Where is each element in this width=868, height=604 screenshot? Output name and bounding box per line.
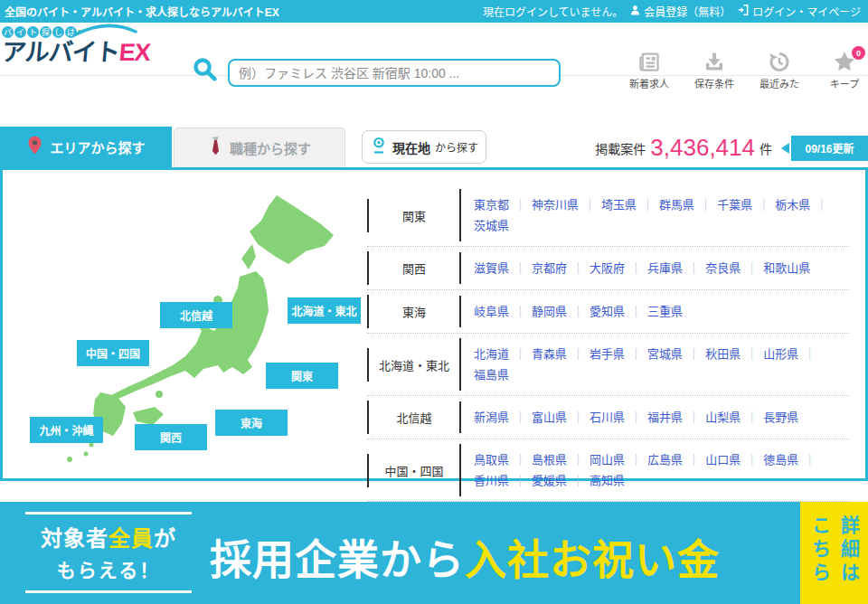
prefecture-link[interactable]: 徳島県: [763, 453, 798, 467]
separator: ｜: [572, 261, 584, 275]
prefecture-link[interactable]: 兵庫県: [647, 261, 683, 275]
separator: ｜: [630, 453, 642, 467]
register-label: 会員登録（無料）: [644, 4, 731, 19]
login-label: ログイン・マイページ: [752, 4, 861, 19]
map-region-button[interactable]: 関西: [135, 424, 207, 450]
prefecture-link[interactable]: 秋田県: [705, 347, 741, 361]
banner-cta-button[interactable]: 詳細はこちら: [800, 502, 868, 604]
header-nav-star[interactable]: 0キープ: [823, 49, 866, 90]
map-region-button[interactable]: 東海: [215, 410, 288, 436]
area-search-panel: 北信越北海道・東北中国・四国関東東海関西九州・沖縄 関東東京都｜神奈川県｜埼玉県…: [0, 167, 868, 481]
prefecture-link[interactable]: 石川県: [590, 411, 625, 424]
login-icon: [737, 4, 750, 19]
prefecture-link[interactable]: 広島県: [647, 453, 683, 467]
prefecture-link[interactable]: 静岡県: [532, 305, 567, 318]
prefecture-link[interactable]: 茨城県: [474, 219, 509, 232]
prefecture-link[interactable]: 京都府: [532, 261, 567, 275]
prefecture-link[interactable]: 愛媛県: [532, 474, 567, 487]
prefecture-link[interactable]: 岩手県: [590, 347, 625, 361]
separator: ｜: [746, 261, 758, 275]
prefecture-link[interactable]: 愛知県: [590, 305, 625, 318]
prefecture-link[interactable]: 北海道: [474, 347, 509, 361]
separator: ｜: [630, 261, 642, 275]
separator: ｜: [514, 474, 526, 487]
map-pin-icon: [26, 136, 43, 158]
prefecture-link[interactable]: 大阪府: [590, 261, 625, 275]
separator: ｜: [688, 261, 700, 275]
prefecture-link[interactable]: 福島県: [474, 368, 509, 382]
search-input[interactable]: [228, 59, 561, 87]
prefecture-link[interactable]: 三重県: [647, 305, 683, 318]
prefecture-link[interactable]: 島根県: [532, 453, 567, 467]
prefecture-link[interactable]: 東京都: [474, 198, 509, 212]
tab-search-by-job[interactable]: 職種から探す: [174, 127, 345, 167]
header-nav-history[interactable]: 最近みた: [758, 49, 801, 90]
login-status-text: 現在ログインしていません。: [483, 4, 623, 19]
login-link[interactable]: ログイン・マイページ: [737, 4, 861, 19]
separator: ｜: [572, 305, 584, 318]
signing-bonus-banner[interactable]: 対象者全員が もらえる！ 採用企業から入社お祝い金 詳細はこちら: [0, 502, 868, 604]
header-nav: 新着求人保存条件最近みた0キープ: [627, 49, 866, 90]
banner-badge: 対象者全員が もらえる！: [25, 512, 192, 593]
prefecture-link[interactable]: 山梨県: [705, 411, 741, 424]
prefecture-link[interactable]: 高知県: [590, 474, 625, 487]
separator: ｜: [700, 198, 712, 212]
prefecture-link[interactable]: 青森県: [532, 347, 567, 361]
separator: ｜: [572, 411, 584, 424]
prefecture-links: 鳥取県｜島根県｜岡山県｜広島県｜山口県｜徳島県｜香川県｜愛媛県｜高知県: [459, 444, 850, 496]
prefecture-link[interactable]: 長野県: [763, 411, 798, 424]
prefecture-link[interactable]: 滋賀県: [474, 261, 509, 275]
prefecture-link[interactable]: 宮城県: [647, 347, 683, 361]
separator: ｜: [642, 198, 654, 212]
logo-wordmark: アルバイトEX: [1, 38, 152, 67]
prefecture-link[interactable]: 岡山県: [590, 453, 625, 467]
search-by-location-button[interactable]: 現在地 から探す: [362, 130, 486, 164]
region-name: 北海道・東北: [367, 348, 459, 382]
prefecture-link[interactable]: 福井県: [647, 411, 683, 424]
prefecture-link[interactable]: 山形県: [763, 347, 798, 361]
map-region-button[interactable]: 北海道・東北: [288, 297, 361, 324]
prefecture-link[interactable]: 香川県: [474, 474, 509, 487]
tab-search-by-area[interactable]: エリアから探す: [0, 127, 172, 167]
separator: ｜: [758, 198, 769, 212]
search-icon[interactable]: [192, 56, 218, 86]
map-region-button[interactable]: 中国・四国: [77, 340, 149, 366]
logo-bubble-char: イ: [14, 26, 26, 38]
prefecture-link[interactable]: 奈良県: [705, 261, 741, 275]
prefecture-link[interactable]: 群馬県: [659, 198, 694, 212]
register-link[interactable]: 会員登録（無料）: [629, 4, 731, 19]
region-row: 北信越新潟県｜富山県｜石川県｜福井県｜山梨県｜長野県: [367, 396, 850, 439]
listing-counter: 掲載案件 3,436,414 件 09/16更新: [595, 134, 868, 162]
history-icon: [767, 49, 792, 74]
location-button-sub-label: から探す: [435, 139, 478, 155]
map-region-button[interactable]: 北信越: [160, 302, 232, 328]
prefecture-link[interactable]: 富山県: [532, 411, 567, 424]
map-region-button[interactable]: 九州・沖縄: [30, 417, 103, 443]
prefecture-links: 東京都｜神奈川県｜埼玉県｜群馬県｜千葉県｜栃木県｜茨城県: [459, 189, 850, 241]
separator: ｜: [572, 347, 584, 361]
region-name: 関西: [367, 251, 459, 285]
separator: ｜: [630, 305, 642, 318]
site-logo[interactable]: バイト探しは アルバイトEX: [2, 25, 150, 67]
prefecture-link[interactable]: 千葉県: [717, 198, 752, 212]
top-bar: 全国のバイト・アルバイト・求人探しならアルバイトEX 現在ログインしていません。…: [0, 0, 868, 23]
separator: ｜: [746, 411, 758, 424]
prefecture-link[interactable]: 鳥取県: [474, 453, 509, 467]
necktie-icon: [208, 136, 223, 160]
prefecture-link[interactable]: 栃木県: [775, 198, 810, 212]
update-date-badge: 09/16更新: [791, 136, 868, 161]
map-region-button[interactable]: 関東: [266, 363, 338, 389]
prefecture-link[interactable]: 岐阜県: [474, 305, 509, 318]
prefecture-link[interactable]: 神奈川県: [532, 198, 579, 212]
header-nav-newspaper[interactable]: 新着求人: [627, 49, 671, 90]
separator: ｜: [746, 453, 758, 467]
keep-count-badge: 0: [852, 46, 865, 60]
prefecture-link[interactable]: 和歌山県: [763, 261, 810, 275]
prefecture-link[interactable]: 埼玉県: [601, 198, 637, 212]
separator: ｜: [630, 411, 642, 424]
prefecture-link[interactable]: 山口県: [705, 453, 741, 467]
header-nav-save[interactable]: 保存条件: [693, 49, 736, 90]
separator: ｜: [688, 347, 700, 361]
prefecture-link[interactable]: 新潟県: [474, 411, 509, 424]
header-nav-label: 保存条件: [694, 76, 734, 90]
